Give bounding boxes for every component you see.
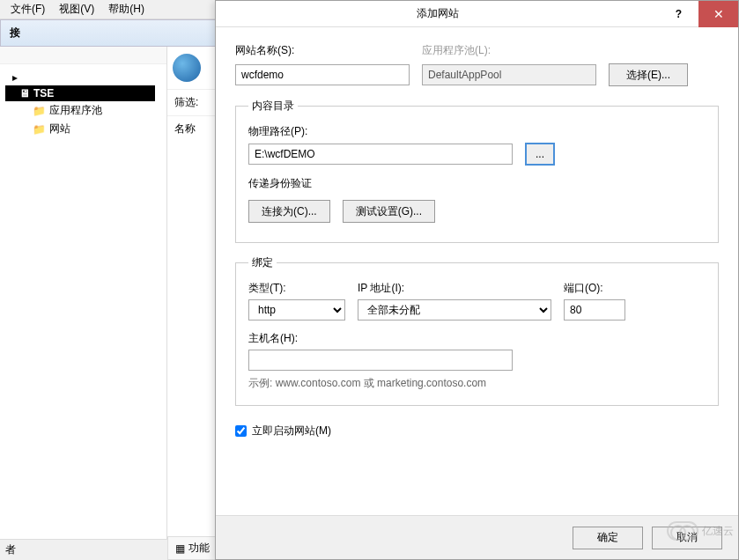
features-tab[interactable]: ▦ 功能 — [167, 536, 218, 560]
tree-server-node[interactable]: 🖥 TSE — [5, 85, 155, 101]
app-pool-icon: 📁 — [32, 104, 46, 118]
site-name-input[interactable] — [235, 64, 410, 85]
hostname-input[interactable] — [248, 350, 513, 371]
ip-select[interactable]: 全部未分配 — [358, 299, 551, 321]
test-settings-button[interactable]: 测试设置(G)... — [343, 200, 435, 223]
browse-button[interactable]: ... — [525, 143, 555, 166]
tree-server-label: TSE — [33, 87, 54, 99]
site-name-label: 网站名称(S): — [235, 43, 410, 58]
name-column-header[interactable]: 名称 — [167, 115, 219, 142]
physical-path-label: 物理路径(P): — [248, 124, 706, 139]
tree-app-pools[interactable]: 📁 应用程序池 — [5, 101, 161, 120]
tree-app-pools-label: 应用程序池 — [49, 103, 102, 118]
binding-fieldset: 绑定 类型(T): http IP 地址(I): 全部未分配 端口(O): 主机… — [235, 255, 719, 406]
start-immediately-checkbox[interactable] — [235, 425, 247, 437]
server-icon: 🖥 — [19, 87, 30, 99]
connections-panel: ▸ 🖥 TSE 📁 应用程序池 📁 网站 — [0, 47, 167, 560]
menu-view[interactable]: 视图(V) — [52, 0, 101, 18]
tree: ▸ 🖥 TSE 📁 应用程序池 📁 网站 — [0, 64, 166, 560]
auth-label: 传递身份验证 — [248, 176, 706, 191]
globe-icon — [173, 54, 201, 82]
watermark: 亿速云 — [667, 521, 734, 541]
tree-sites-label: 网站 — [49, 122, 70, 136]
middle-panel: 筛选: 名称 — [167, 47, 220, 560]
dialog-footer: 确定 取消 — [216, 515, 738, 559]
start-immediately-label: 立即启动网站(M) — [252, 424, 331, 438]
port-input[interactable] — [564, 299, 625, 321]
watermark-icon — [667, 521, 698, 541]
filter-row: 筛选: — [167, 89, 219, 115]
sites-icon: 📁 — [32, 122, 46, 136]
hostname-example: 示例: www.contoso.com 或 marketing.contoso.… — [248, 376, 706, 391]
ok-button[interactable]: 确定 — [573, 527, 643, 549]
mid-header — [167, 47, 219, 89]
hostname-label: 主机名(H): — [248, 331, 706, 346]
close-button[interactable]: ✕ — [698, 1, 738, 27]
features-tab-label: 功能 — [188, 541, 210, 556]
binding-legend: 绑定 — [248, 255, 277, 270]
port-label: 端口(O): — [564, 281, 625, 296]
menu-file[interactable]: 文件(F) — [4, 0, 52, 18]
app-pool-label: 应用程序池(L): — [422, 43, 719, 58]
ip-label: IP 地址(I): — [358, 281, 551, 296]
watermark-text: 亿速云 — [702, 524, 734, 539]
add-website-dialog: 添加网站 ? ✕ 网站名称(S): 应用程序池(L): 选择(E)... 内容目… — [215, 0, 739, 560]
type-label: 类型(T): — [248, 281, 345, 296]
start-immediately-row[interactable]: 立即启动网站(M) — [235, 424, 719, 438]
help-button[interactable]: ? — [659, 1, 698, 27]
dialog-titlebar: 添加网站 ? ✕ — [216, 1, 738, 27]
connect-as-button[interactable]: 连接为(C)... — [248, 200, 330, 223]
select-app-pool-button[interactable]: 选择(E)... — [609, 63, 688, 86]
dialog-title: 添加网站 — [216, 6, 659, 21]
features-icon: ▦ — [175, 542, 185, 555]
app-pool-input — [422, 64, 596, 85]
type-select[interactable]: http — [248, 299, 345, 321]
physical-path-input[interactable] — [248, 144, 513, 165]
status-bar: 者 — [0, 539, 167, 560]
dialog-body: 网站名称(S): 应用程序池(L): 选择(E)... 内容目录 物理路径(P)… — [216, 27, 738, 515]
content-fieldset: 内容目录 物理路径(P): ... 传递身份验证 连接为(C)... 测试设置(… — [235, 99, 719, 243]
tree-expand[interactable]: ▸ — [5, 70, 161, 85]
tree-sites[interactable]: 📁 网站 — [5, 120, 161, 138]
menu-help[interactable]: 帮助(H) — [101, 0, 151, 18]
content-legend: 内容目录 — [248, 99, 298, 114]
